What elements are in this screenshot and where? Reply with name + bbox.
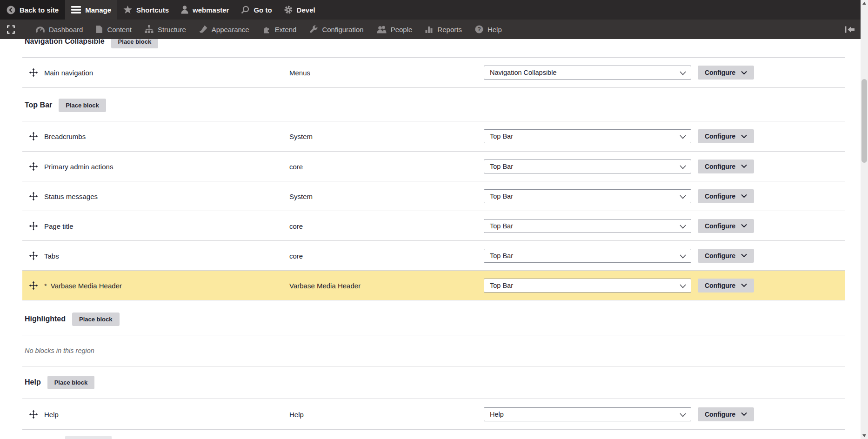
puzzle-icon: [262, 25, 271, 33]
configure-button[interactable]: Configure: [698, 66, 754, 80]
block-category: core: [289, 222, 303, 230]
configure-label: Configure: [705, 133, 735, 140]
menu-item-label: Extend: [275, 26, 297, 33]
region-select[interactable]: Top Bar: [484, 160, 691, 173]
drag-handle[interactable]: [29, 68, 38, 77]
drag-handle[interactable]: [29, 162, 38, 171]
region-select-value: Top Bar: [490, 282, 513, 289]
configure-button[interactable]: Configure: [698, 129, 754, 143]
menu-help[interactable]: ? Help: [468, 25, 508, 33]
block-category: core: [289, 252, 303, 259]
configure-button[interactable]: Configure: [698, 249, 754, 263]
menu-content[interactable]: Content: [89, 25, 138, 33]
vertical-scrollbar[interactable]: [861, 0, 868, 439]
region-table-top-bar: Breadcrumbs System Top Bar Configure Pri…: [22, 121, 845, 300]
file-icon: [96, 25, 103, 33]
hamburger-icon: [71, 6, 81, 13]
block-name: Breadcrumbs: [44, 133, 86, 140]
region-select[interactable]: Top Bar: [484, 219, 691, 233]
drag-handle[interactable]: [29, 410, 38, 419]
region-select-value: Navigation Collapsible: [490, 69, 556, 76]
toolbar-shortcuts[interactable]: Shortcuts: [117, 0, 175, 20]
table-row: Help Help Help Configure: [22, 399, 845, 429]
region-title: Top Bar: [25, 101, 52, 109]
configure-label: Configure: [705, 69, 735, 76]
toolbar-item-label: webmaster: [193, 6, 229, 14]
block-name: Help: [44, 410, 59, 418]
scroll-up-arrow[interactable]: [862, 2, 866, 5]
region-select[interactable]: Top Bar: [484, 129, 691, 143]
toolbar-item-label: Go to: [254, 6, 272, 14]
place-block-button[interactable]: Place block: [72, 313, 120, 326]
user-icon: [181, 6, 188, 14]
drag-handle[interactable]: [29, 251, 38, 260]
star-icon: [123, 6, 132, 14]
move-icon: [29, 221, 38, 231]
menu-extend[interactable]: Extend: [256, 25, 303, 33]
chevron-down-icon: [680, 413, 686, 417]
chevron-down-icon: [741, 253, 747, 258]
chevron-down-icon: [741, 71, 747, 75]
drag-handle[interactable]: [29, 192, 38, 201]
region-select[interactable]: Top Bar: [484, 279, 691, 293]
configure-label: Configure: [705, 193, 735, 200]
admin-home-button[interactable]: [2, 25, 19, 34]
region-header-help: Help Place block: [25, 375, 94, 389]
menu-item-label: Reports: [437, 26, 462, 33]
table-row: Breadcrumbs System Top Bar Configure: [22, 121, 845, 151]
menu-dashboard[interactable]: Dashboard: [29, 26, 89, 33]
toolbar-devel[interactable]: Devel: [278, 0, 321, 20]
toolbar-user[interactable]: webmaster: [175, 0, 235, 20]
menu-item-label: Content: [107, 26, 132, 33]
chevron-left-circle-icon: [7, 6, 15, 14]
menu-configuration[interactable]: Configuration: [303, 25, 370, 33]
configure-label: Configure: [705, 411, 735, 418]
block-name: Page title: [44, 222, 73, 230]
place-block-button-partial[interactable]: [65, 436, 112, 439]
configure-button[interactable]: Configure: [698, 407, 754, 421]
gauge-icon: [36, 26, 45, 33]
configure-button[interactable]: Configure: [698, 160, 754, 173]
toolbar-item-label: Devel: [297, 6, 315, 14]
menu-item-label: Dashboard: [49, 26, 83, 33]
block-name: Main navigation: [44, 69, 93, 77]
region-title: Help: [25, 378, 41, 386]
admin-menu-tray: Dashboard Content Structure Appearance E…: [0, 20, 861, 39]
drag-handle[interactable]: [29, 132, 38, 141]
place-block-button[interactable]: Place block: [59, 99, 106, 112]
drag-handle[interactable]: [29, 221, 38, 231]
region-table-highlighted: No blocks in this region: [22, 335, 845, 366]
chevron-down-icon: [741, 194, 747, 198]
scrollbar-thumb[interactable]: [861, 79, 867, 163]
move-icon: [29, 192, 38, 201]
menu-appearance[interactable]: Appearance: [193, 25, 256, 33]
admin-toolbar: Back to site Manage Shortcuts webmaster …: [0, 0, 861, 20]
main-content: Navigation Collapsible Place block Main …: [0, 0, 861, 439]
block-name: Primary admin actions: [44, 162, 113, 170]
scroll-down-arrow[interactable]: [862, 434, 866, 437]
menu-structure[interactable]: Structure: [138, 25, 193, 33]
region-select[interactable]: Top Bar: [484, 189, 691, 203]
region-table-help: Help Help Help Configure: [22, 399, 845, 430]
toolbar-go-to[interactable]: Go to: [235, 0, 278, 20]
region-select[interactable]: Top Bar: [484, 249, 691, 263]
toolbar-item-label: Back to site: [20, 6, 59, 14]
place-block-button[interactable]: Place block: [47, 376, 95, 389]
configure-button[interactable]: Configure: [698, 189, 754, 203]
collapse-menu-button[interactable]: [845, 26, 861, 33]
chevron-down-icon: [680, 165, 686, 169]
configure-button[interactable]: Configure: [698, 279, 754, 293]
question-icon: ?: [475, 25, 483, 33]
configure-button[interactable]: Configure: [698, 219, 754, 233]
region-select[interactable]: Help: [484, 407, 691, 421]
toolbar-manage[interactable]: Manage: [65, 0, 117, 20]
move-icon: [29, 132, 38, 141]
menu-people[interactable]: People: [370, 26, 419, 33]
toolbar-back-to-site[interactable]: Back to site: [0, 0, 65, 20]
menu-reports[interactable]: Reports: [419, 26, 468, 33]
region-header-top-bar: Top Bar Place block: [25, 98, 106, 112]
region-select[interactable]: Navigation Collapsible: [484, 66, 691, 80]
region-header-highlighted: Highlighted Place block: [25, 312, 120, 326]
table-row: Primary admin actions core Top Bar Confi…: [22, 151, 845, 181]
drag-handle[interactable]: [29, 281, 38, 290]
